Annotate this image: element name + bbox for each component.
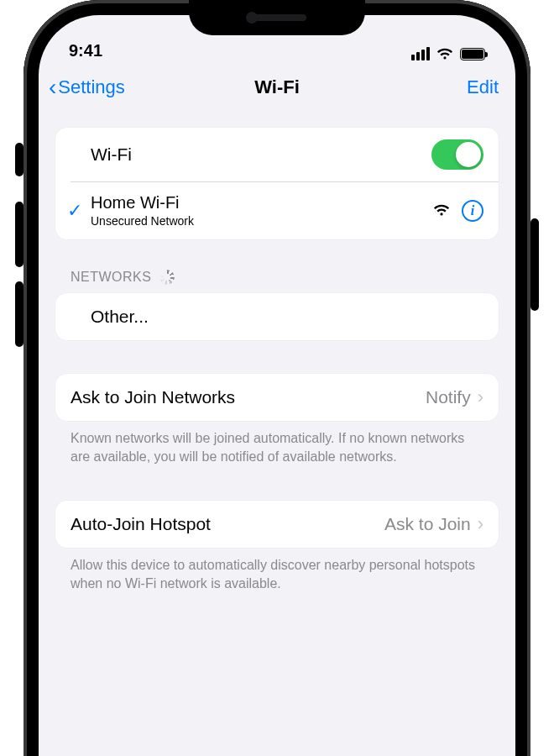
back-label: Settings <box>58 76 125 98</box>
signal-strength-icon <box>433 204 450 217</box>
chevron-right-icon: › <box>478 513 483 535</box>
ask-to-join-row[interactable]: Ask to Join Networks Notify › <box>55 374 499 421</box>
other-network-label: Other... <box>91 307 483 327</box>
auto-join-hotspot-value: Ask to Join <box>384 514 471 534</box>
status-time: 9:41 <box>69 41 102 60</box>
screen: 9:41 ‹ Settings Wi-Fi Edit <box>39 15 515 756</box>
phone-frame: 9:41 ‹ Settings Wi-Fi Edit <box>24 0 530 756</box>
ask-to-join-footer: Known networks will be joined automatica… <box>55 421 499 467</box>
chevron-right-icon: › <box>478 386 483 408</box>
mute-switch <box>15 143 24 176</box>
connected-network-name: Home Wi-Fi <box>91 193 433 213</box>
cellular-icon <box>411 47 430 60</box>
chevron-left-icon: ‹ <box>49 76 56 99</box>
connected-network-row[interactable]: ✓ Home Wi-Fi Unsecured Network i <box>55 181 499 239</box>
wifi-toggle[interactable] <box>431 139 483 170</box>
ask-to-join-group: Ask to Join Networks Notify › <box>55 374 499 421</box>
auto-join-hotspot-group: Auto-Join Hotspot Ask to Join › <box>55 501 499 548</box>
wifi-toggle-row: Wi-Fi <box>55 128 499 181</box>
ask-to-join-value: Notify <box>426 387 471 407</box>
auto-join-hotspot-label: Auto-Join Hotspot <box>71 514 384 534</box>
notch <box>189 0 365 35</box>
power-button <box>530 218 539 311</box>
ask-to-join-label: Ask to Join Networks <box>71 387 426 407</box>
back-button[interactable]: ‹ Settings <box>49 76 125 99</box>
networks-header: NETWORKS <box>55 239 499 293</box>
auto-join-hotspot-row[interactable]: Auto-Join Hotspot Ask to Join › <box>55 501 499 548</box>
edit-button[interactable]: Edit <box>467 76 499 98</box>
networks-group: Other... <box>55 293 499 340</box>
wifi-icon <box>436 48 453 60</box>
info-icon[interactable]: i <box>462 200 483 222</box>
networks-header-label: NETWORKS <box>71 270 151 285</box>
checkmark-icon: ✓ <box>67 200 91 222</box>
other-network-row[interactable]: Other... <box>55 293 499 340</box>
volume-up-button <box>15 202 24 267</box>
connected-network-subtitle: Unsecured Network <box>91 214 433 228</box>
page-title: Wi-Fi <box>254 76 300 98</box>
auto-join-hotspot-footer: Allow this device to automatically disco… <box>55 548 499 594</box>
battery-icon <box>460 48 485 60</box>
navigation-bar: ‹ Settings Wi-Fi Edit <box>39 67 515 111</box>
front-camera <box>246 12 258 24</box>
wifi-toggle-label: Wi-Fi <box>91 144 431 165</box>
spinner-icon <box>159 270 175 285</box>
wifi-group: Wi-Fi ✓ Home Wi-Fi Unsecured Network <box>55 128 499 239</box>
volume-down-button <box>15 281 24 347</box>
